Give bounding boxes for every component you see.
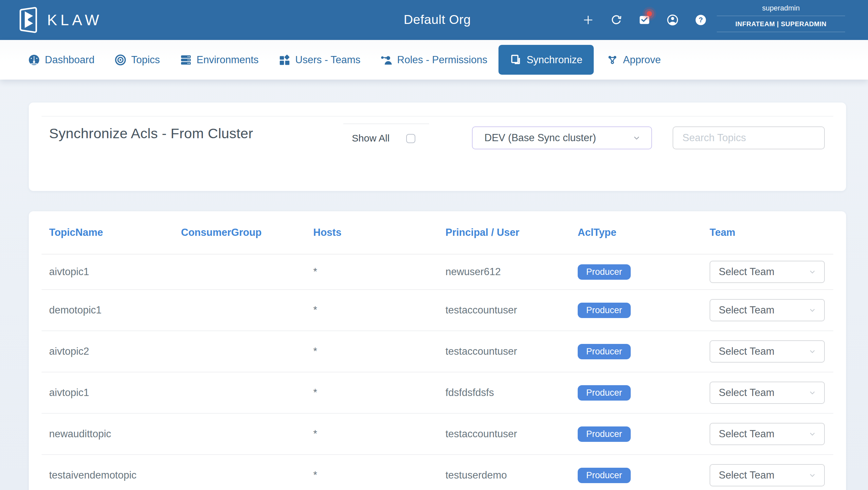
show-all-label: Show All: [352, 133, 390, 144]
chevron-down-icon: [808, 267, 817, 277]
users-teams-grid-icon: [278, 54, 291, 66]
table-header-row: TopicName ConsumerGroup Hosts Principal …: [41, 211, 833, 255]
team-select-placeholder: Select Team: [719, 346, 774, 357]
cell-principal-user: testuserdemo: [445, 469, 578, 481]
help-icon[interactable]: ?: [694, 14, 707, 26]
chevron-down-icon: [808, 306, 817, 315]
nav-label: Synchronize: [527, 54, 583, 66]
nav-label: Topics: [131, 54, 160, 66]
cell-acl-type: Producer: [578, 427, 710, 442]
team-select-placeholder: Select Team: [719, 428, 774, 440]
team-select[interactable]: Select Team: [710, 423, 825, 445]
page-title: Synchronize Acls - From Cluster: [49, 125, 253, 142]
table-row: aivtopic2 * testaccountuser Producer Sel…: [41, 331, 833, 372]
team-select-placeholder: Select Team: [719, 387, 774, 399]
topbar-icon-group: ?: [582, 0, 707, 40]
cell-hosts: *: [313, 387, 445, 399]
dashboard-gauge-icon: [28, 54, 40, 66]
cell-topic-name: aivtopic2: [49, 346, 181, 357]
user-menu[interactable]: superadmin INFRATEAM | SUPERADMIN: [717, 4, 845, 32]
nav-label: Users - Teams: [295, 54, 360, 66]
cluster-select[interactable]: DEV (Base Sync cluster): [472, 126, 652, 149]
cell-principal-user: testaccountuser: [445, 304, 578, 316]
refresh-icon[interactable]: [610, 14, 622, 26]
acl-type-badge: Producer: [578, 385, 631, 401]
cell-hosts: *: [313, 428, 445, 440]
org-title: Default Org: [404, 12, 471, 27]
add-request-plus-icon[interactable]: [582, 14, 594, 26]
nav-item-environments[interactable]: Environments: [180, 54, 259, 66]
chevron-down-icon: [632, 133, 642, 143]
cell-principal-user: testaccountuser: [445, 346, 578, 357]
cell-topic-name: demotopic1: [49, 304, 181, 316]
team-select[interactable]: Select Team: [710, 464, 825, 486]
acl-type-badge: Producer: [578, 468, 631, 483]
cell-team: Select Team: [710, 382, 833, 404]
nav-item-dashboard[interactable]: Dashboard: [28, 54, 95, 66]
cell-acl-type: Producer: [578, 344, 710, 359]
klaw-logo[interactable]: KLAW: [18, 5, 102, 35]
acls-table-card: TopicName ConsumerGroup Hosts Principal …: [29, 211, 846, 490]
table-row: aivtopic1 * fdsfdsfdsfs Producer Select …: [41, 372, 833, 414]
main-nav: Dashboard Topics Environments: [0, 40, 868, 80]
table-row: testaivendemotopic * testuserdemo Produc…: [41, 455, 833, 490]
divider: [41, 116, 833, 117]
app-root: KLAW Default Org: [0, 0, 868, 490]
synchronize-copy-icon: [509, 54, 522, 66]
table-row: demotopic1 * testaccountuser Producer Se…: [41, 290, 833, 331]
nav-item-topics[interactable]: Topics: [114, 54, 160, 66]
team-select-placeholder: Select Team: [719, 304, 774, 316]
divider: [343, 123, 429, 124]
nav-label: Environments: [197, 54, 259, 66]
acl-type-badge: Producer: [578, 344, 631, 359]
table-body: aivtopic1 * newuser612 Producer Select T…: [41, 255, 833, 490]
table-row: newaudittopic * testaccountuser Producer…: [41, 414, 833, 455]
klaw-logo-icon: [18, 6, 39, 33]
cell-team: Select Team: [710, 423, 833, 445]
cell-hosts: *: [313, 469, 445, 481]
acl-type-badge: Producer: [578, 264, 631, 280]
col-header-acl-type: AclType: [578, 227, 710, 238]
col-header-topic-name: TopicName: [49, 227, 181, 238]
cell-acl-type: Producer: [578, 264, 710, 280]
cell-hosts: *: [313, 304, 445, 316]
team-select-placeholder: Select Team: [719, 469, 774, 481]
search-topics-input[interactable]: [673, 126, 825, 149]
svg-text:?: ?: [699, 16, 703, 24]
acl-type-badge: Producer: [578, 302, 631, 318]
cell-hosts: *: [313, 266, 445, 278]
top-bar: KLAW Default Org: [0, 0, 868, 40]
cell-acl-type: Producer: [578, 302, 710, 318]
nav-item-roles-permissions[interactable]: Roles - Permissions: [380, 54, 487, 66]
nav-label: Approve: [623, 54, 661, 66]
nav-label: Dashboard: [45, 54, 95, 66]
cell-team: Select Team: [710, 464, 833, 486]
team-select[interactable]: Select Team: [710, 340, 825, 363]
approve-hub-icon: [606, 54, 619, 66]
brand-name: KLAW: [47, 11, 102, 29]
chevron-down-icon: [808, 388, 817, 397]
chevron-down-icon: [808, 347, 817, 356]
nav-label: Roles - Permissions: [397, 54, 487, 66]
notification-dot: [647, 11, 652, 17]
cell-principal-user: testaccountuser: [445, 428, 578, 440]
nav-item-users-teams[interactable]: Users - Teams: [278, 54, 360, 66]
nav-item-approve[interactable]: Approve: [606, 54, 661, 66]
nav-item-synchronize[interactable]: Synchronize: [498, 45, 594, 75]
acls-table: TopicName ConsumerGroup Hosts Principal …: [41, 211, 833, 490]
cell-principal-user: fdsfdsfdsfs: [445, 387, 578, 399]
cell-hosts: *: [313, 346, 445, 357]
mail-notifications-icon[interactable]: [638, 14, 651, 26]
show-all-checkbox[interactable]: [406, 134, 415, 143]
team-select[interactable]: Select Team: [710, 261, 825, 283]
cell-team: Select Team: [710, 299, 833, 321]
table-row: aivtopic1 * newuser612 Producer Select T…: [41, 255, 833, 290]
col-header-team: Team: [710, 227, 833, 238]
cell-team: Select Team: [710, 340, 833, 363]
team-select[interactable]: Select Team: [710, 382, 825, 404]
chevron-down-icon: [808, 471, 817, 480]
cluster-select-value: DEV (Base Sync cluster): [485, 132, 596, 144]
sync-acls-filter-card: Synchronize Acls - From Cluster Show All…: [29, 103, 846, 191]
user-account-icon[interactable]: [666, 14, 679, 26]
team-select[interactable]: Select Team: [710, 299, 825, 321]
